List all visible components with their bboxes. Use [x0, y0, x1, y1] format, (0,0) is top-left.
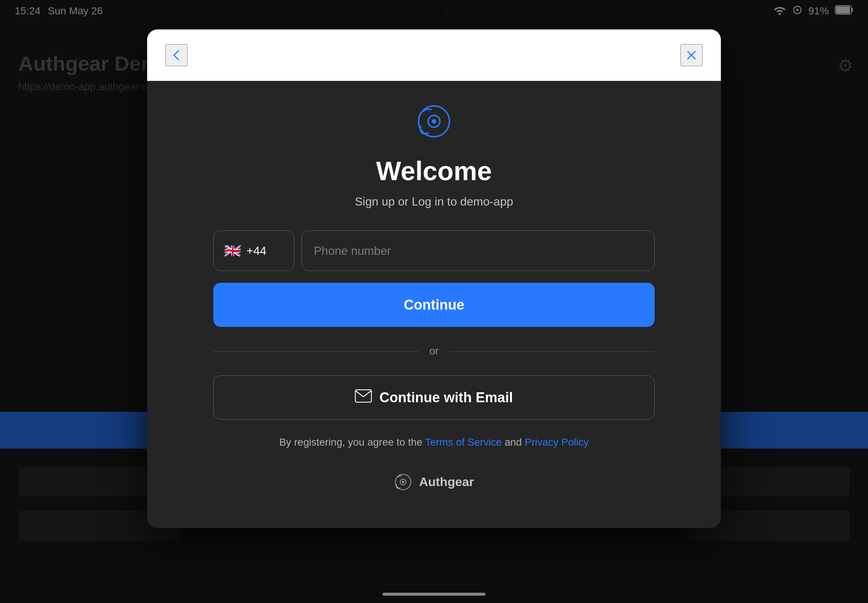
home-indicator: [382, 593, 486, 596]
country-code: +44: [246, 244, 266, 258]
modal-subtitle: Sign up or Log in to demo-app: [355, 195, 514, 209]
svg-point-7: [432, 119, 436, 124]
terms-of-service-link[interactable]: Terms of Service: [425, 436, 502, 448]
country-selector-button[interactable]: 🇬🇧 +44: [214, 230, 294, 271]
continue-button[interactable]: Continue: [214, 283, 654, 327]
authgear-logo-icon: [416, 103, 452, 140]
email-button-label: Continue with Email: [379, 390, 513, 405]
continue-with-email-button[interactable]: Continue with Email: [214, 376, 654, 419]
terms-text: By registering, you agree to the Terms o…: [279, 434, 588, 451]
svg-point-11: [402, 481, 404, 483]
privacy-policy-link[interactable]: Privacy Policy: [525, 436, 588, 448]
svg-rect-8: [355, 390, 371, 402]
authgear-footer-logo-icon: [394, 473, 412, 491]
logo-container: [416, 103, 452, 141]
footer-brand-label: Authgear: [419, 475, 474, 489]
flag-emoji: 🇬🇧: [224, 243, 241, 259]
email-icon: [355, 390, 372, 406]
phone-input-row: 🇬🇧 +44: [214, 230, 654, 271]
modal-body: Welcome Sign up or Log in to demo-app 🇬🇧…: [147, 81, 721, 528]
divider-text: or: [430, 345, 439, 357]
auth-modal: Welcome Sign up or Log in to demo-app 🇬🇧…: [147, 29, 721, 528]
modal-header: [147, 29, 721, 81]
divider-line-left: [214, 351, 419, 351]
divider-line-right: [449, 351, 654, 351]
close-button[interactable]: [681, 44, 702, 66]
back-button[interactable]: [166, 44, 187, 66]
modal-title: Welcome: [376, 156, 492, 186]
modal-footer: Authgear: [394, 473, 474, 499]
divider: or: [214, 345, 654, 357]
phone-number-input[interactable]: [302, 230, 654, 271]
